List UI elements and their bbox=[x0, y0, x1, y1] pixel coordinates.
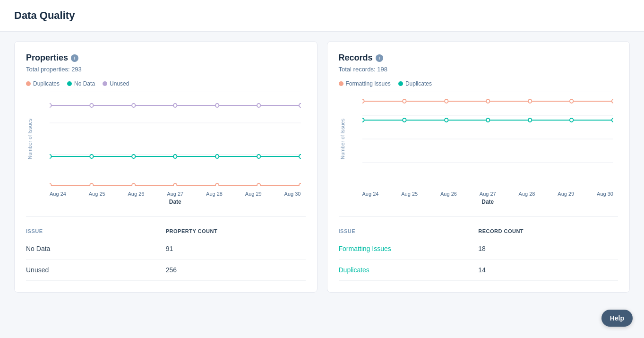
records-chart-container: Number of Issues 20 15 10 5 0 bbox=[339, 92, 618, 205]
svg-point-43 bbox=[528, 99, 531, 103]
properties-chart-area: 300 200 100 0 bbox=[50, 92, 301, 186]
svg-point-44 bbox=[569, 99, 573, 103]
svg-point-8 bbox=[50, 104, 52, 107]
svg-point-50 bbox=[528, 118, 531, 122]
count-duplicates-rec: 14 bbox=[478, 266, 618, 274]
svg-point-49 bbox=[486, 118, 489, 122]
count-unused: 256 bbox=[166, 266, 306, 274]
legend-item-unused: Unused bbox=[103, 80, 129, 87]
svg-point-19 bbox=[215, 155, 219, 158]
legend-item-nodata: No Data bbox=[67, 80, 95, 87]
svg-point-52 bbox=[611, 118, 613, 122]
properties-info-icon[interactable]: i bbox=[71, 54, 78, 62]
legend-dot-duplicates bbox=[26, 81, 31, 86]
properties-legend: Duplicates No Data Unused bbox=[26, 80, 306, 87]
records-col2-header: RECORD COUNT bbox=[478, 228, 618, 234]
svg-point-14 bbox=[299, 104, 301, 107]
issue-duplicates-rec[interactable]: Duplicates bbox=[339, 266, 479, 274]
table-row: Duplicates 14 bbox=[339, 260, 618, 281]
svg-point-15 bbox=[50, 155, 52, 158]
legend-dot-duplicates-rec bbox=[398, 81, 403, 86]
svg-point-47 bbox=[403, 118, 406, 122]
svg-point-9 bbox=[90, 104, 93, 107]
properties-chart-svg: 300 200 100 0 bbox=[50, 92, 301, 186]
count-formatting: 18 bbox=[478, 245, 618, 252]
properties-table: ISSUE PROPERTY COUNT No Data 91 Unused 2… bbox=[26, 217, 306, 281]
svg-point-46 bbox=[362, 118, 364, 122]
svg-point-24 bbox=[132, 183, 135, 186]
legend-dot-nodata bbox=[67, 81, 72, 86]
records-legend: Formatting Issues Duplicates bbox=[339, 80, 618, 87]
svg-point-21 bbox=[299, 155, 301, 158]
svg-point-40 bbox=[403, 99, 406, 103]
table-row: No Data 91 bbox=[26, 238, 306, 260]
svg-point-27 bbox=[257, 183, 260, 186]
svg-point-23 bbox=[90, 183, 93, 186]
main-content: Properties i Total properties: 293 Dupli… bbox=[0, 32, 644, 302]
table-row: Unused 256 bbox=[26, 260, 306, 281]
legend-dot-unused bbox=[103, 81, 107, 86]
svg-point-16 bbox=[90, 155, 93, 158]
records-card-title: Records i bbox=[339, 53, 618, 63]
properties-x-axis-label: Date bbox=[50, 199, 301, 205]
properties-chart-container: Number of Issues 300 200 100 0 bbox=[26, 92, 306, 205]
svg-point-17 bbox=[132, 155, 135, 158]
legend-dot-formatting bbox=[339, 81, 343, 86]
properties-card: Properties i Total properties: 293 Dupli… bbox=[14, 41, 318, 293]
svg-point-12 bbox=[215, 104, 219, 107]
svg-point-42 bbox=[486, 99, 489, 103]
svg-point-39 bbox=[362, 99, 364, 103]
records-chart-svg: 20 15 10 5 0 bbox=[362, 92, 614, 186]
records-chart-area: 20 15 10 5 0 bbox=[362, 92, 614, 186]
svg-point-45 bbox=[611, 99, 613, 103]
legend-item-formatting: Formatting Issues bbox=[339, 80, 391, 87]
svg-point-13 bbox=[257, 104, 260, 107]
table-row: Formatting Issues 18 bbox=[339, 238, 618, 260]
issue-nodata: No Data bbox=[26, 245, 166, 252]
svg-point-48 bbox=[445, 118, 448, 122]
svg-point-18 bbox=[173, 155, 177, 158]
issue-unused: Unused bbox=[26, 266, 166, 274]
count-nodata: 91 bbox=[166, 245, 306, 252]
page-header: Data Quality bbox=[0, 0, 644, 32]
records-card: Records i Total records: 198 Formatting … bbox=[327, 41, 630, 293]
legend-item-duplicates-rec: Duplicates bbox=[398, 80, 432, 87]
svg-point-10 bbox=[132, 104, 135, 107]
properties-subtitle: Total properties: 293 bbox=[26, 66, 306, 73]
properties-col1-header: ISSUE bbox=[26, 228, 166, 234]
records-table: ISSUE RECORD COUNT Formatting Issues 18 … bbox=[339, 217, 618, 281]
records-x-axis-label: Date bbox=[362, 199, 614, 205]
svg-point-20 bbox=[257, 155, 260, 158]
svg-point-22 bbox=[50, 183, 52, 186]
svg-point-51 bbox=[569, 118, 573, 122]
properties-col2-header: PROPERTY COUNT bbox=[166, 228, 306, 234]
svg-point-28 bbox=[299, 183, 301, 186]
svg-point-41 bbox=[445, 99, 448, 103]
legend-item-duplicates: Duplicates bbox=[26, 80, 60, 87]
records-subtitle: Total records: 198 bbox=[339, 66, 618, 73]
svg-point-11 bbox=[173, 104, 177, 107]
issue-formatting[interactable]: Formatting Issues bbox=[339, 245, 479, 252]
records-col1-header: ISSUE bbox=[339, 228, 479, 234]
records-info-icon[interactable]: i bbox=[376, 54, 383, 62]
svg-point-26 bbox=[215, 183, 219, 186]
records-table-header: ISSUE RECORD COUNT bbox=[339, 225, 618, 238]
page-title: Data Quality bbox=[14, 9, 630, 22]
records-y-axis-label: Number of Issues bbox=[340, 92, 345, 186]
svg-point-25 bbox=[173, 183, 177, 186]
properties-card-title: Properties i bbox=[26, 53, 306, 63]
properties-table-header: ISSUE PROPERTY COUNT bbox=[26, 225, 306, 238]
properties-y-axis-label: Number of Issues bbox=[27, 92, 33, 186]
